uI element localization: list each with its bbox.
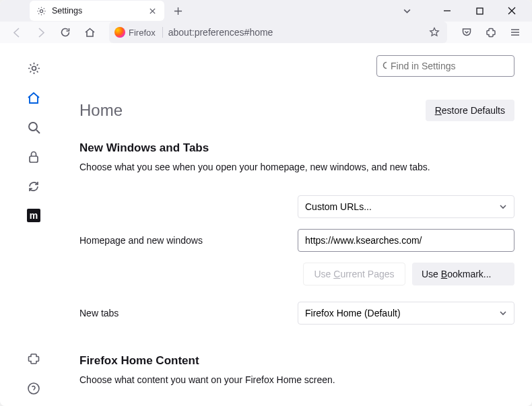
search-icon [383, 61, 387, 71]
sidebar-item-support[interactable] [26, 381, 41, 396]
title-bar: Settings [0, 0, 532, 22]
extensions-icon[interactable] [481, 22, 501, 42]
back-button[interactable] [7, 22, 27, 42]
dropdown-value: Firefox Home (Default) [305, 308, 401, 318]
firefox-logo-icon [114, 27, 125, 38]
use-bookmark-button[interactable]: Use Bookmark... [412, 263, 514, 285]
forward-button[interactable] [31, 22, 51, 42]
minimize-button[interactable] [434, 0, 461, 22]
brand-label: Firefox [129, 28, 156, 38]
sidebar-item-sync[interactable] [26, 179, 41, 194]
chevron-down-icon[interactable] [397, 1, 416, 20]
svg-rect-1 [477, 8, 483, 14]
section-heading-home-content: Firefox Home Content [79, 354, 514, 368]
pocket-icon[interactable] [457, 22, 477, 42]
find-in-settings[interactable] [376, 55, 514, 77]
svg-point-3 [29, 123, 37, 131]
main-panel: Home Restore Defaults New Windows and Ta… [67, 43, 532, 406]
svg-rect-4 [30, 156, 38, 162]
newtabs-dropdown[interactable]: Firefox Home (Default) [298, 302, 514, 325]
section-desc-home-content: Choose what content you want on your Fir… [79, 374, 514, 385]
maximize-button[interactable] [466, 0, 493, 22]
gear-icon [36, 6, 46, 16]
content: m Home Restore Defaults New Windows and … [0, 43, 532, 406]
homepage-label: Homepage and new windows [79, 235, 203, 246]
bookmark-star-icon[interactable] [427, 25, 442, 40]
close-icon[interactable] [147, 5, 158, 16]
home-button[interactable] [79, 22, 100, 42]
page-title: Home [79, 101, 123, 120]
restore-defaults-button[interactable]: Restore Defaults [426, 100, 514, 121]
menu-icon[interactable] [505, 22, 525, 42]
toolbar: Firefox about:preferences#home [0, 22, 532, 43]
homepage-url-input[interactable] [298, 229, 514, 252]
homepage-mode-dropdown[interactable]: Custom URLs... [298, 195, 514, 218]
svg-point-0 [40, 9, 42, 12]
dropdown-value: Custom URLs... [305, 201, 372, 212]
find-input[interactable] [391, 61, 508, 71]
svg-point-6 [384, 63, 387, 69]
reload-button[interactable] [55, 22, 75, 42]
sidebar-item-search[interactable] [26, 120, 41, 135]
chevron-down-icon [499, 309, 507, 317]
sidebar-item-home[interactable] [26, 90, 41, 105]
sidebar-item-extensions[interactable] [26, 351, 41, 366]
sidebar-item-general[interactable] [26, 61, 41, 75]
sidebar-item-more[interactable]: m [27, 209, 40, 222]
newtabs-label: New tabs [79, 308, 119, 318]
tab-label: Settings [52, 6, 141, 15]
window-close-button[interactable] [498, 0, 525, 22]
section-heading-new-windows: New Windows and Tabs [79, 141, 514, 155]
section-desc-new-windows: Choose what you see when you open your h… [79, 162, 514, 172]
browser-tab[interactable]: Settings [30, 1, 164, 21]
use-current-pages-button: Use Current Pages [303, 263, 405, 285]
sidebar-item-privacy[interactable] [26, 149, 41, 164]
new-tab-button[interactable] [168, 1, 187, 20]
url-bar[interactable]: Firefox about:preferences#home [109, 22, 447, 43]
chevron-down-icon [499, 203, 507, 211]
sidebar: m [0, 43, 67, 406]
url-text: about:preferences#home [168, 27, 422, 38]
svg-point-2 [32, 66, 36, 70]
firefox-brand: Firefox [114, 27, 163, 38]
